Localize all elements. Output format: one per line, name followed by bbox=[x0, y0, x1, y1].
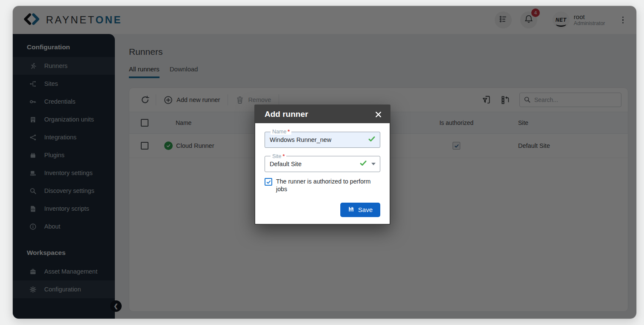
dialog-body: Name* Site* bbox=[255, 123, 390, 224]
dialog-title: Add runner bbox=[265, 110, 308, 119]
screen: RAYNETONE bbox=[0, 0, 644, 325]
valid-check-icon bbox=[368, 135, 376, 144]
dialog-titlebar: Add runner bbox=[255, 105, 390, 123]
name-input[interactable] bbox=[270, 136, 364, 144]
authorized-checkbox-row: The runner is authorized to perform jobs bbox=[265, 178, 380, 193]
site-select[interactable] bbox=[270, 160, 355, 168]
valid-check-icon bbox=[359, 159, 367, 169]
required-mark: * bbox=[288, 129, 290, 135]
authorized-checkbox-label[interactable]: The runner is authorized to perform jobs bbox=[276, 178, 380, 193]
site-field: Site* bbox=[265, 154, 380, 172]
save-button[interactable]: Save bbox=[340, 203, 380, 217]
close-button[interactable] bbox=[372, 108, 385, 121]
required-mark: * bbox=[283, 153, 285, 159]
floppy-save-icon bbox=[348, 206, 354, 214]
name-field: Name* bbox=[265, 129, 380, 148]
authorized-checkbox[interactable] bbox=[265, 178, 272, 186]
dropdown-caret-icon[interactable] bbox=[371, 163, 376, 165]
add-runner-dialog: Add runner Name* Site* bbox=[254, 105, 390, 225]
